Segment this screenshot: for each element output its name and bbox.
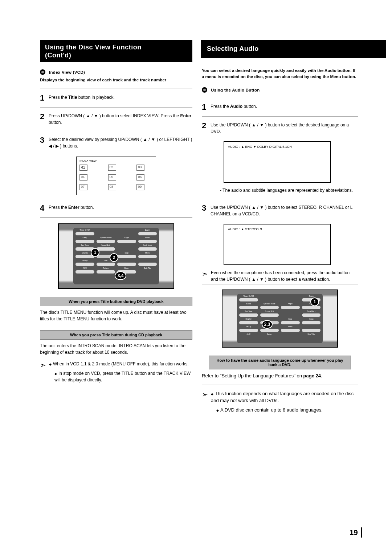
callout-cd: When you press Title button during CD pl… [40, 330, 192, 340]
step-badge-1: 1 [91, 248, 99, 257]
divider [40, 217, 192, 218]
index-view-label: INDEX VIEW [79, 159, 153, 162]
diamond-icon: ◆ [54, 372, 57, 376]
abbrev-note: - The audio and subtitle languages are r… [220, 187, 358, 194]
index-view-description: Displays the beginning view of each trac… [40, 78, 192, 82]
step-text: Press the Title button in playback. [49, 94, 115, 101]
step-2: 2 Use the UP/DOWN ( ▲ / ▼ ) button to se… [202, 119, 358, 137]
enter-key-icon [117, 263, 136, 266]
divider [40, 131, 192, 131]
diamond-icon: ◆ [216, 409, 219, 412]
index-cell: 05 [108, 174, 116, 181]
right-column: Selecting Audio You can select a desired… [202, 40, 358, 416]
step-text: Select the desired view by pressing UP/D… [49, 136, 192, 149]
index-cell: 07 [79, 184, 87, 190]
index-cell: 09 [136, 184, 144, 190]
screen-label: AUDIO : ▲ STEREO ▼ [228, 227, 263, 231]
index-cell: 06 [136, 174, 144, 181]
mid-note: Even when the microphone has been connec… [211, 270, 358, 283]
step-text: Use the UP/DOWN ( ▲ / ▼ ) button to sele… [211, 122, 358, 135]
right-section-title: Selecting Audio [201, 40, 386, 58]
step-3: 3 Use the UP/DOWN ( ▲ / ▼ ) button to se… [202, 202, 358, 219]
pointer-icon: ➣ [202, 391, 208, 398]
step-text: Use the UP/DOWN ( ▲ / ▼ ) button to sele… [211, 204, 358, 217]
left-column: Using the Disc View Function (Cont'd) In… [40, 40, 192, 416]
step-number: 2 [202, 122, 211, 130]
note-text: A DVD disc can contain up to 8 audio lan… [220, 407, 323, 413]
step-number: 3 [40, 136, 49, 144]
index-cell: 02 [108, 165, 116, 171]
step-badge-34: 3,4 [115, 271, 126, 280]
index-view-heading-row: Index View (VCD) [40, 69, 192, 75]
step-1: 1 Press the Title button in playback. [40, 92, 192, 104]
step-number: 4 [40, 204, 49, 212]
page-number: 19 [350, 528, 358, 537]
step-number: 3 [202, 204, 211, 212]
title-line2: (Cont'd) [45, 52, 71, 59]
divider [40, 107, 192, 108]
note-text: This function depends on what languages … [211, 391, 354, 404]
index-cell: 01 [79, 165, 87, 171]
step-badge-1: 1 [310, 297, 319, 306]
screen-label: AUDIO : ▲ ENG ▼ DOLBY DIGITAL 5.1CH [228, 145, 292, 149]
audio-heading: Using the Audio Button [211, 88, 260, 92]
diamond-icon: ◆ [49, 362, 52, 366]
index-view-heading: Index View (VCD) [49, 70, 85, 74]
body-dvd: The disc's TITLE MENU function will come… [40, 309, 192, 322]
mid-note-row: ➣ Even when the microphone has been conn… [202, 270, 358, 283]
index-grid: 01 02 03 04 05 06 07 08 09 [79, 165, 153, 190]
divider [40, 199, 192, 199]
note-text: When in VCD 1.1 & 2.0 mode (MENU OFF mod… [53, 361, 188, 366]
step-badge-23: 2,3 [262, 320, 273, 329]
index-view-diagram: INDEX VIEW 01 02 03 04 05 06 07 08 09 [76, 157, 156, 195]
title-line1: Using the Disc View Function [45, 44, 142, 51]
index-cell: 08 [108, 184, 116, 190]
refer-text: Refer to "Setting Up the Language Featur… [202, 372, 358, 380]
step-number: 1 [202, 103, 211, 111]
intro-text: You can select a desired language quickl… [202, 68, 358, 80]
divider [202, 98, 358, 98]
note-row: ➣ ◆When in VCD 1.1 & 2.0 mode (MENU OFF … [40, 361, 192, 368]
bullet-icon [40, 69, 45, 75]
left-section-title: Using the Disc View Function (Cont'd) [40, 40, 192, 62]
step-2: 2 Press UP/DOWN ( ▲ / ▼ ) button to sele… [40, 110, 192, 128]
audio-heading-row: Using the Audio Button [202, 87, 358, 93]
pointer-icon: ➣ [40, 361, 46, 369]
step-number: 2 [40, 113, 49, 121]
step-1: 1 Press the Audio button. [202, 101, 358, 113]
body-cd: The unit enters the INTRO SCAN mode. INT… [40, 343, 192, 356]
note-row: ◆In stop mode on VCD, press the TITLE bu… [54, 370, 192, 383]
step-4: 4 Press the Enter button. [40, 202, 192, 214]
callout-same-audio: How to have the same audio language come… [209, 356, 351, 369]
bullet-icon [202, 87, 207, 93]
page-number-bar [361, 527, 362, 538]
step-3: 3 Select the desired view by pressing UP… [40, 134, 192, 151]
divider [202, 199, 358, 199]
index-cell: 03 [136, 165, 144, 171]
step-text: Press UP/DOWN ( ▲ / ▼ ) button to select… [49, 113, 192, 126]
step-text: Press the Audio button. [211, 103, 257, 110]
pointer-icon: ➣ [202, 270, 208, 278]
remote-illustration-right: Timer On/OffZoom SleepSpeaker ModeAngleA… [222, 289, 338, 348]
index-cell: 04 [79, 174, 87, 181]
step-text: Press the Enter button. [49, 204, 94, 211]
divider [202, 284, 358, 284]
divider [202, 385, 358, 385]
divider [202, 116, 358, 117]
remote-illustration-left: Timer On/OffZoom SleepSpeaker ModeAngleA… [58, 223, 174, 289]
bottom-note-row: ◆A DVD disc can contain up to 8 audio la… [216, 406, 358, 414]
note-text: In stop mode on VCD, press the TITLE but… [54, 371, 191, 382]
screen-display-1: AUDIO : ▲ ENG ▼ DOLBY DIGITAL 5.1CH [224, 141, 331, 183]
callout-dvd: When you press Title button during DVD p… [40, 297, 192, 306]
divider [40, 89, 192, 89]
step-number: 1 [40, 94, 49, 102]
screen-display-2: AUDIO : ▲ STEREO ▼ [224, 224, 331, 265]
step-badge-2: 2 [110, 253, 118, 262]
bottom-note-row: ➣ ◆This function depends on what languag… [202, 390, 358, 404]
diamond-icon: ◆ [211, 392, 213, 396]
